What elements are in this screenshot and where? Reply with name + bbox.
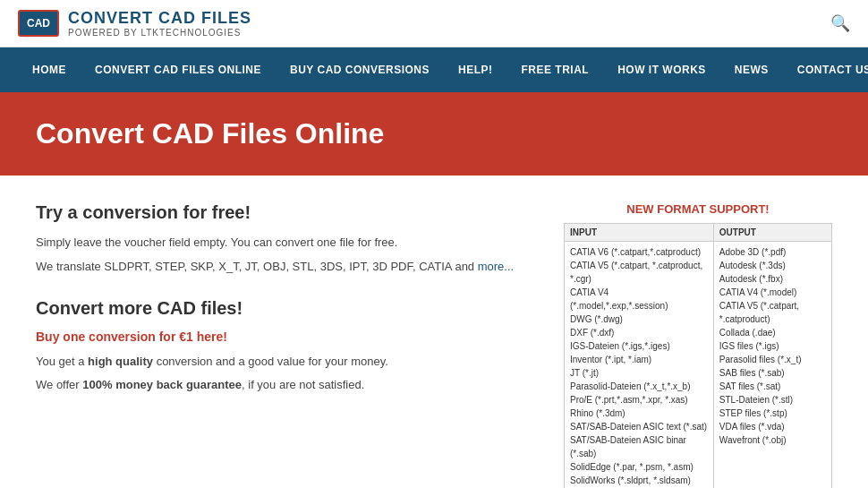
content-left: Try a conversion for free! Simply leave …: [36, 202, 528, 488]
header: CAD CONVERT CAD FILES POWERED BY LTKTECH…: [0, 0, 868, 47]
section2-title: Convert more CAD files!: [36, 298, 528, 319]
hero-title: Convert CAD Files Online: [36, 117, 832, 150]
nav-help[interactable]: HELP!: [444, 47, 507, 92]
section2-para1: You get a high quality conversion and a …: [36, 353, 528, 372]
more-link[interactable]: more...: [478, 260, 514, 273]
section2: Convert more CAD files! Buy one conversi…: [36, 298, 528, 396]
nav-how-it-works[interactable]: HOW IT WORKS: [603, 47, 720, 92]
logo-box: CAD: [18, 10, 59, 37]
section1-para1: Simply leave the voucher field empty. Yo…: [36, 234, 528, 253]
section2-para1-end: conversion and a good value for your mon…: [153, 355, 388, 368]
logo-title: CONVERT CAD FILES: [68, 9, 251, 28]
input-header: INPUT: [565, 224, 714, 242]
section1-para2-text: We translate SLDPRT, STEP, SKP, X_T, JT,…: [36, 260, 478, 273]
section2-para2-bold: 100% money back guarantee: [82, 378, 242, 391]
output-header: OUTPUT: [713, 224, 831, 242]
buy-link[interactable]: Buy one conversion for €1 here!: [36, 330, 528, 344]
logo-cad-text: CAD: [27, 17, 50, 30]
logo-subtitle: POWERED BY LTKTECHNOLOGIES: [68, 28, 251, 38]
section2-para1-start: You get a: [36, 355, 88, 368]
nav-contact[interactable]: CONTACT US: [783, 47, 868, 92]
search-icon[interactable]: 🔍: [830, 13, 850, 33]
main-nav: HOME CONVERT CAD FILES ONLINE BUY CAD CO…: [0, 47, 868, 92]
nav-news[interactable]: NEWS: [720, 47, 783, 92]
content-right: NEW FORMAT SUPPORT! INPUT OUTPUT CATIA V…: [564, 202, 832, 488]
nav-home[interactable]: HOME: [18, 47, 81, 92]
logo-area: CAD CONVERT CAD FILES POWERED BY LTKTECH…: [18, 9, 251, 38]
format-support: NEW FORMAT SUPPORT! INPUT OUTPUT CATIA V…: [564, 202, 832, 488]
output-cell: Adobe 3D (*.pdf) Autodesk (*.3ds) Autode…: [713, 242, 831, 489]
section2-para2: We offer 100% money back guarantee, if y…: [36, 376, 528, 395]
nav-convert-online[interactable]: CONVERT CAD FILES ONLINE: [81, 47, 276, 92]
main-content: Try a conversion for free! Simply leave …: [0, 176, 868, 488]
section2-para2-start: We offer: [36, 378, 82, 391]
format-row: CATIA V6 (*.catpart,*.catproduct) CATIA …: [565, 242, 832, 489]
section1-title: Try a conversion for free!: [36, 202, 528, 223]
section1-para2: We translate SLDPRT, STEP, SKP, X_T, JT,…: [36, 258, 528, 277]
section2-para1-bold1: high quality: [88, 355, 153, 368]
section2-para2-end: , if you are not satisfied.: [242, 378, 364, 391]
logo-text: CONVERT CAD FILES POWERED BY LTKTECHNOLO…: [68, 9, 251, 38]
format-support-title: NEW FORMAT SUPPORT!: [564, 202, 832, 216]
nav-buy[interactable]: BUY CAD CONVERSIONS: [276, 47, 444, 92]
nav-free-trial[interactable]: FREE TRIAL: [506, 47, 603, 92]
input-cell: CATIA V6 (*.catpart,*.catproduct) CATIA …: [565, 242, 714, 489]
hero-banner: Convert CAD Files Online: [0, 92, 868, 176]
format-table: INPUT OUTPUT CATIA V6 (*.catpart,*.catpr…: [564, 223, 832, 488]
